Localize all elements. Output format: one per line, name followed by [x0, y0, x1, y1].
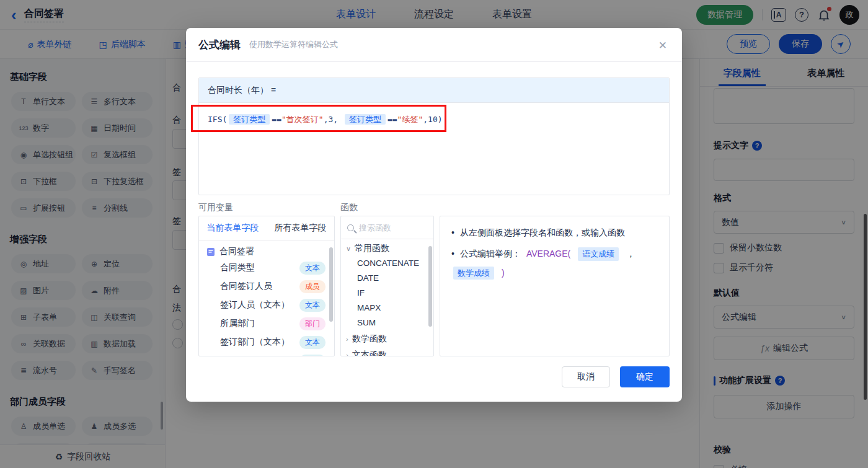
- function-group-text[interactable]: ›文本函数: [341, 346, 433, 356]
- variable-row[interactable]: 合同名称文本: [199, 351, 334, 356]
- formula-target: 合同时长（年） =: [199, 78, 669, 103]
- chevron-right-icon: ›: [346, 335, 348, 343]
- function-item[interactable]: MAPX: [341, 300, 433, 315]
- chevron-down-icon: ∨: [346, 245, 351, 253]
- formula-editor-modal: 公式编辑 使用数学运算符编辑公式 ✕ 合同时长（年） = IFS(签订类型=="…: [186, 28, 682, 402]
- tip-line: •从左侧面板选择字段名和函数，或输入函数: [451, 226, 658, 239]
- function-group-math[interactable]: ›数学函数: [341, 330, 433, 346]
- variables-label: 可用变量: [198, 202, 233, 213]
- variables-panel: 当前表单字段 所有表单字段 合同签署 合同类型文本 合同签订人员成员 签订人员（…: [198, 216, 335, 356]
- chevron-right-icon: ›: [346, 351, 348, 356]
- functions-scrollbar[interactable]: [428, 246, 432, 327]
- confirm-button[interactable]: 确定: [620, 366, 670, 387]
- type-badge: 文本: [299, 262, 326, 275]
- tab-current-form-fields[interactable]: 当前表单字段: [207, 223, 259, 234]
- type-badge: 部门: [299, 317, 326, 330]
- example-separator: ，: [626, 247, 635, 260]
- function-search: [341, 216, 433, 239]
- example-close: ): [502, 267, 505, 280]
- formula-editor-area[interactable]: 合同时长（年） = IFS(签订类型=="首次签订",3, 签订类型=="续签"…: [198, 77, 670, 195]
- example-label: 公式编辑举例：: [460, 247, 521, 260]
- modal-subtitle: 使用数学运算符编辑公式: [249, 39, 338, 50]
- type-badge: 文本: [299, 336, 326, 349]
- function-item[interactable]: IF: [341, 285, 433, 300]
- formula-text: ,3,: [324, 115, 338, 124]
- field-chip: 数学成绩: [453, 267, 494, 280]
- bullet-icon: •: [451, 226, 454, 239]
- function-item[interactable]: SUM: [341, 315, 433, 330]
- cancel-button[interactable]: 取消: [562, 366, 610, 387]
- modal-title: 公式编辑: [198, 38, 241, 52]
- formula-text: ,10): [423, 115, 442, 124]
- type-badge: 成员: [299, 280, 326, 293]
- form-doc-icon: [206, 247, 215, 257]
- variable-row[interactable]: 合同类型文本: [199, 258, 334, 277]
- search-input[interactable]: [359, 223, 421, 232]
- variables-root[interactable]: 合同签署: [199, 241, 334, 258]
- bullet-icon: •: [451, 247, 454, 260]
- formula-string: "续签": [397, 115, 423, 124]
- function-item[interactable]: CONCATENATE: [341, 255, 433, 270]
- field-chip: 语文成绩: [578, 247, 619, 261]
- search-icon: [347, 224, 354, 231]
- modal-header: 公式编辑 使用数学运算符编辑公式 ✕: [186, 28, 682, 62]
- formula-function: IFS(: [208, 115, 227, 124]
- function-group-common[interactable]: ∨常用函数: [341, 239, 433, 255]
- tab-all-form-fields[interactable]: 所有表单字段: [275, 223, 327, 234]
- modal-footer: 取消 确定: [562, 366, 670, 387]
- formula-operator: ==: [272, 115, 281, 124]
- close-icon[interactable]: ✕: [658, 39, 667, 52]
- example-function: AVERAGE(: [526, 247, 570, 260]
- variable-row[interactable]: 签订部门（文本）文本: [199, 333, 334, 351]
- variable-row[interactable]: 所属部门部门: [199, 314, 334, 333]
- field-chip[interactable]: 签订类型: [229, 114, 270, 125]
- type-badge: 文本: [299, 299, 326, 312]
- formula-operator: ==: [388, 115, 397, 124]
- formula-expression[interactable]: IFS(签订类型=="首次签订",3, 签订类型=="续签",10): [199, 103, 669, 136]
- variable-row[interactable]: 签订人员（文本）文本: [199, 296, 334, 314]
- app-screen: ‹ 合同签署 表单设计 流程设定 表单设置 数据管理 A ? 政 ⌀表单外链 ◳…: [0, 0, 868, 468]
- formula-string: "首次签订": [281, 115, 324, 124]
- function-item[interactable]: DATE: [341, 270, 433, 285]
- tip-example-line: • 公式编辑举例：AVERAGE(语文成绩，数学成绩): [451, 247, 658, 280]
- tips-panel: •从左侧面板选择字段名和函数，或输入函数 • 公式编辑举例：AVERAGE(语文…: [440, 216, 670, 356]
- functions-panel: ∨常用函数 CONCATENATE DATE IF MAPX SUM ›数学函数…: [340, 216, 434, 356]
- field-chip[interactable]: 签订类型: [345, 114, 386, 125]
- variable-row[interactable]: 合同签订人员成员: [199, 277, 334, 296]
- type-badge: 文本: [299, 355, 326, 357]
- variables-scrollbar[interactable]: [329, 247, 333, 322]
- functions-label: 函数: [340, 202, 358, 213]
